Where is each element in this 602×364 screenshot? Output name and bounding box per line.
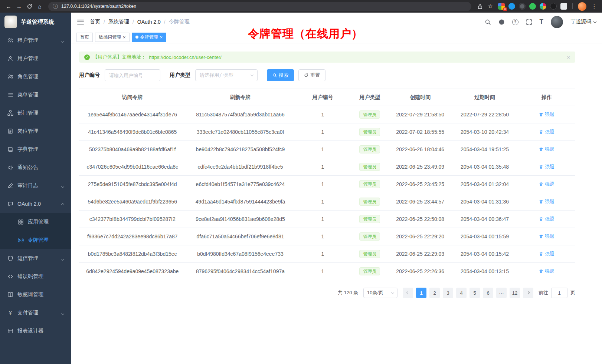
sidebar-item-menu[interactable]: 菜单管理 <box>0 86 71 104</box>
breadcrumb-home[interactable]: 首页 <box>90 19 100 25</box>
page-button-5[interactable]: 5 <box>470 288 480 298</box>
sidebar-item-token-management[interactable]: 令牌管理 <box>0 231 71 249</box>
search-button[interactable]: 搜索 <box>267 69 294 81</box>
extension-light-icon[interactable] <box>560 3 567 10</box>
sidebar-item-report-designer[interactable]: 报表设计器 <box>0 322 71 340</box>
sidebar-item-label: 角色管理 <box>17 73 38 80</box>
bookmark-star-icon[interactable]: ☆ <box>485 1 495 11</box>
fullscreen-icon[interactable] <box>526 19 532 25</box>
sidebar-item-payment[interactable]: ¥ 支付管理 <box>0 304 71 322</box>
force-logout-button[interactable]: 强退 <box>539 111 554 118</box>
user-id-input[interactable] <box>105 69 160 81</box>
prev-page-button[interactable] <box>403 288 413 298</box>
help-icon[interactable]: ? <box>512 19 518 25</box>
browser-menu-icon[interactable]: ⋮ <box>590 3 598 9</box>
user-type-tag: 管理员 <box>359 180 380 188</box>
chevron-down-icon <box>62 255 64 261</box>
col-refresh-token: 刷新令牌 <box>186 89 295 106</box>
sidebar-item-app-management[interactable]: 应用管理 <box>0 213 71 231</box>
force-logout-button[interactable]: 强退 <box>539 251 554 257</box>
goto-unit: 页 <box>570 289 575 296</box>
sidebar-item-sms[interactable]: 短信管理 <box>0 249 71 267</box>
site-info-icon[interactable]: i <box>53 4 58 9</box>
page-button-2[interactable]: 2 <box>429 288 440 298</box>
browser-profile-avatar[interactable] <box>578 2 586 11</box>
sidebar-item-label: 令牌管理 <box>28 237 49 244</box>
force-logout-button[interactable]: 强退 <box>539 163 554 170</box>
breadcrumb-system[interactable]: 系统管理 <box>108 19 129 25</box>
breadcrumb-oauth[interactable]: OAuth 2.0 <box>137 19 161 25</box>
extension-gray-icon[interactable] <box>519 3 526 10</box>
force-logout-button[interactable]: 强退 <box>539 268 554 275</box>
next-page-button[interactable] <box>523 288 533 298</box>
more-pages-button[interactable]: ··· <box>496 288 507 298</box>
sidebar-item-tenant[interactable]: 租户管理 <box>0 31 71 49</box>
sidebar-item-oauth[interactable]: OAuth 2.0 <box>0 195 71 213</box>
force-logout-button[interactable]: 强退 <box>539 216 554 222</box>
extension-green-icon[interactable] <box>529 3 536 10</box>
reload-icon[interactable] <box>24 1 34 11</box>
user-menu[interactable]: 芋道源码 <box>570 19 596 25</box>
sidebar-item-label: 报表设计器 <box>17 328 43 334</box>
force-logout-button[interactable]: 强退 <box>539 198 554 205</box>
page-button-1[interactable]: 1 <box>416 288 426 298</box>
extension-blue-icon[interactable] <box>508 3 515 10</box>
tab-token-management[interactable]: 令牌管理 × <box>132 33 167 42</box>
forward-icon[interactable]: → <box>14 1 24 11</box>
page-size-select[interactable]: 10条/页 <box>363 288 397 298</box>
user-type-select[interactable]: 请选择用户类型 <box>195 69 258 81</box>
sidebar-item-role[interactable]: 角色管理 <box>0 67 71 86</box>
screen: ← → ⌂ i 127.0.0.1:1024/system/oauth2/tok… <box>0 0 602 364</box>
shield-icon <box>7 255 13 261</box>
page-button-12[interactable]: 12 <box>510 288 520 298</box>
tab-home[interactable]: 首页 <box>76 33 93 42</box>
sidebar-item-notice[interactable]: 通知公告 <box>0 158 71 176</box>
sidebar-item-post[interactable]: 岗位管理 <box>0 122 71 140</box>
back-icon[interactable]: ← <box>4 1 13 11</box>
table-header-row: 访问令牌 刷新令牌 用户编号 用户类型 创建时间 过期时间 操作 <box>79 89 575 106</box>
force-logout-button[interactable]: 强退 <box>539 129 554 135</box>
font-size-icon[interactable]: T <box>540 18 543 26</box>
user-type-placeholder: 请选择用户类型 <box>200 72 233 79</box>
force-logout-button[interactable]: 强退 <box>539 146 554 153</box>
table-row: 502375b8040a469a9b82188afdf6af1f be90422… <box>79 141 575 158</box>
extension-dark-icon[interactable] <box>550 3 557 10</box>
extension-multicolor-icon[interactable] <box>540 3 546 10</box>
extensions-row: 0 ⋮ <box>498 2 598 11</box>
page-button-4[interactable]: 4 <box>456 288 467 298</box>
sidebar-item-dept[interactable]: 部门管理 <box>0 104 71 122</box>
page-button-3[interactable]: 3 <box>443 288 453 298</box>
goto-page: 前往 页 <box>539 288 575 298</box>
doc-alert: ✓ 【用户体系】文档地址： https://doc.iocoder.cn/use… <box>79 52 575 63</box>
sidebar-item-user[interactable]: 用户管理 <box>0 49 71 67</box>
reset-button-label: 重置 <box>310 72 320 79</box>
force-logout-button[interactable]: 强退 <box>539 233 554 240</box>
doc-link[interactable]: https://doc.iocoder.cn/user-center/ <box>149 54 222 60</box>
tab-sensitive-words[interactable]: 敏感词管理 × <box>95 33 130 42</box>
sidebar-item-sensitive-words[interactable]: 敏感词管理 <box>0 285 71 304</box>
app-logo[interactable]: 芋道管理系统 <box>0 13 71 31</box>
sidebar-item-audit-log[interactable]: 审计日志 <box>0 176 71 195</box>
force-logout-button[interactable]: 强退 <box>539 181 554 188</box>
search-icon[interactable] <box>485 19 491 25</box>
close-icon[interactable]: × <box>160 35 163 40</box>
table-row: 6d842e2924594de9a09e45e087323abe 8796295… <box>79 263 575 280</box>
hamburger-icon[interactable] <box>77 20 84 24</box>
share-icon[interactable] <box>475 1 485 11</box>
extension-grid-icon[interactable]: 0 <box>498 3 505 10</box>
github-icon[interactable] <box>498 19 505 25</box>
close-icon[interactable]: × <box>123 35 126 40</box>
alert-close-icon[interactable]: × <box>567 54 570 60</box>
user-avatar[interactable] <box>551 16 563 28</box>
address-bar[interactable]: i 127.0.0.1:1024/system/oauth2/token <box>48 2 471 11</box>
tab-label: 首页 <box>80 34 89 40</box>
breadcrumb: 首页 / 系统管理 / OAuth 2.0 / 令牌管理 <box>90 19 190 25</box>
sidebar-item-dict[interactable]: 字典管理 <box>0 140 71 158</box>
home-icon[interactable]: ⌂ <box>35 1 45 11</box>
sidebar-item-label: OAuth 2.0 <box>17 201 41 207</box>
page-button-6[interactable]: 6 <box>483 288 493 298</box>
goto-page-input[interactable] <box>551 288 567 298</box>
username-label: 芋道源码 <box>570 19 591 25</box>
reset-button[interactable]: 重置 <box>298 69 325 81</box>
sidebar-item-error-code[interactable]: 错误码管理 <box>0 267 71 285</box>
